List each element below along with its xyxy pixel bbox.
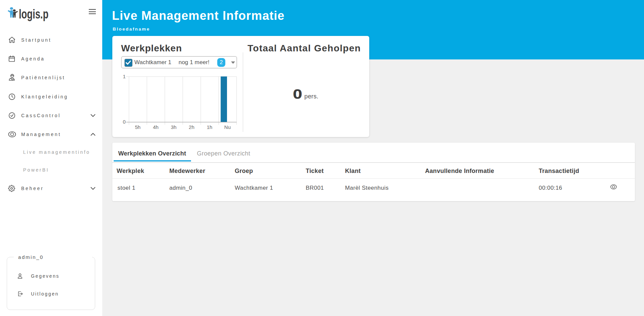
svg-text:1: 1: [123, 74, 125, 79]
svg-text:0: 0: [123, 119, 125, 125]
svg-text:3h: 3h: [171, 124, 177, 130]
svg-text:1h: 1h: [207, 124, 213, 130]
svg-text:4h: 4h: [153, 124, 159, 130]
svg-text:5h: 5h: [135, 124, 141, 130]
svg-text:Nu: Nu: [224, 124, 231, 130]
svg-text:2h: 2h: [189, 124, 194, 130]
